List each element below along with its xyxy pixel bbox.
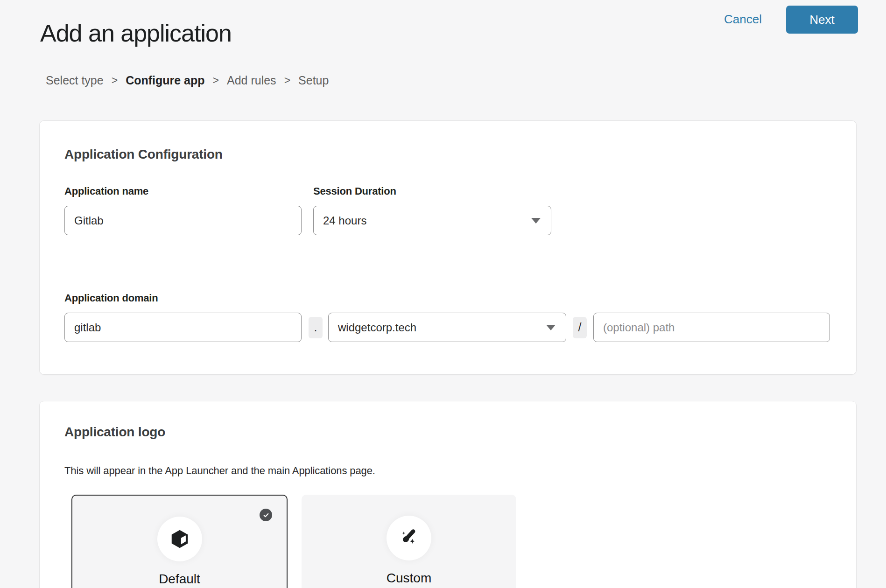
page-title: Add an application <box>40 19 232 47</box>
domain-select[interactable]: widgetcorp.tech <box>328 313 566 342</box>
custom-logo-circle <box>387 516 431 560</box>
breadcrumb: Select type > Configure app > Add rules … <box>46 74 329 87</box>
session-duration-label: Session Duration <box>313 185 551 197</box>
breadcrumb-step-select-type[interactable]: Select type <box>46 74 104 87</box>
next-button[interactable]: Next <box>786 6 858 34</box>
caret-down-icon <box>531 218 541 224</box>
logo-option-label: Default <box>159 572 200 587</box>
breadcrumb-separator: > <box>213 74 219 87</box>
caret-down-icon <box>546 325 556 330</box>
name-duration-row: Application name Session Duration 24 hou… <box>64 185 831 235</box>
dot-separator: . <box>309 317 323 338</box>
check-icon <box>260 509 272 521</box>
session-duration-value: 24 hours <box>323 214 366 227</box>
application-name-label: Application name <box>64 185 302 197</box>
application-configuration-heading: Application Configuration <box>64 121 831 162</box>
application-name-input[interactable] <box>64 206 302 235</box>
slash-separator: / <box>573 317 587 338</box>
cancel-button[interactable]: Cancel <box>724 12 762 27</box>
breadcrumb-step-setup[interactable]: Setup <box>298 74 329 87</box>
add-application-page: Add an application Cancel Next Select ty… <box>0 0 886 588</box>
logo-options: Default Custom <box>71 495 831 588</box>
breadcrumb-separator: > <box>112 74 118 87</box>
application-logo-description: This will appear in the App Launcher and… <box>64 465 831 477</box>
application-domain-row: . widgetcorp.tech / <box>64 313 831 342</box>
breadcrumb-step-add-rules[interactable]: Add rules <box>227 74 276 87</box>
cube-icon <box>169 528 190 550</box>
logo-option-custom[interactable]: Custom <box>302 495 516 588</box>
paintbrush-icon <box>398 527 420 549</box>
application-domain-label: Application domain <box>64 292 831 304</box>
subdomain-input[interactable] <box>64 313 302 342</box>
application-logo-heading: Application logo <box>64 401 831 440</box>
breadcrumb-step-configure-app[interactable]: Configure app <box>126 74 204 87</box>
default-logo-circle <box>157 517 202 561</box>
logo-option-label: Custom <box>387 571 431 586</box>
application-configuration-card: Application Configuration Application na… <box>39 120 857 375</box>
session-duration-select[interactable]: 24 hours <box>313 206 551 235</box>
logo-option-default[interactable]: Default <box>71 495 288 588</box>
domain-value: widgetcorp.tech <box>338 321 416 334</box>
application-logo-card: Application logo This will appear in the… <box>39 401 857 588</box>
path-input[interactable] <box>593 313 830 342</box>
breadcrumb-separator: > <box>284 74 290 87</box>
